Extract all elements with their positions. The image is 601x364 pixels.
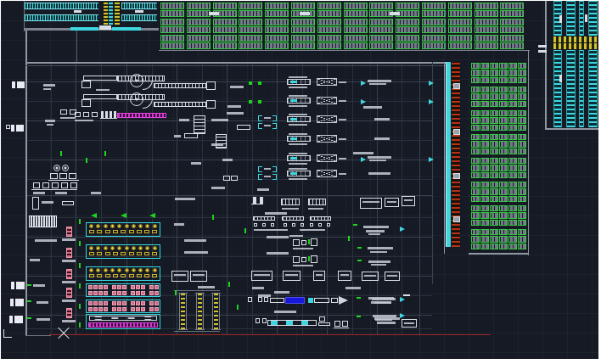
- green-storage-module: [508, 188, 517, 194]
- green-storage-module: [480, 148, 489, 154]
- wall-line: [545, 128, 598, 130]
- annotation-text: [75, 120, 93, 121]
- green-storage-module: [471, 93, 480, 99]
- yellow-seat-symbol: [89, 246, 93, 250]
- green-storage-module: [471, 196, 480, 202]
- green-tick-marker: [357, 316, 361, 317]
- green-storage-module: [480, 220, 489, 226]
- grid-line-horizontal: [26, 195, 432, 196]
- annotation-text: [30, 259, 40, 261]
- wall-line: [25, 62, 447, 64]
- cyan-arrow-icon: [400, 297, 405, 302]
- green-tick-marker: [237, 305, 239, 310]
- green-storage-module: [187, 3, 211, 9]
- cad-canvas[interactable]: [1, 1, 598, 359]
- equipment-outline: [271, 223, 274, 227]
- pink-bench-symbol: [122, 285, 126, 289]
- green-storage-module: [471, 101, 480, 107]
- green-storage-module: [508, 165, 517, 171]
- hatch-strip-door: [453, 83, 460, 89]
- equipment-outline: [52, 182, 59, 188]
- crossed-equipment-box: [317, 115, 337, 123]
- green-storage-module: [499, 205, 508, 211]
- green-tick-marker: [228, 282, 230, 287]
- equipment-outline: [318, 223, 322, 227]
- striped-rack-column: [109, 1, 113, 25]
- pink-bench-symbol: [98, 301, 103, 305]
- yellow-seat-symbol: [110, 224, 115, 228]
- green-storage-module: [508, 93, 517, 99]
- annotation-text: [62, 260, 76, 262]
- crossed-equipment-box: [317, 97, 337, 104]
- vertical-machine-block: [216, 134, 227, 148]
- green-storage-module: [239, 42, 262, 49]
- red-layer-line: [49, 334, 491, 335]
- yellow-dash-rack: [198, 294, 202, 329]
- green-storage-module: [490, 212, 498, 218]
- grid-line-vertical: [419, 62, 420, 335]
- green-storage-module: [500, 3, 524, 9]
- annotation-text: [91, 192, 101, 194]
- white-marker-dash: [559, 75, 562, 82]
- white-marker-dash: [135, 10, 143, 13]
- green-storage-module: [518, 87, 526, 92]
- annotation-text: [375, 319, 392, 321]
- screenshot-frame: [0, 0, 601, 364]
- annotation-text: [230, 86, 244, 88]
- green-tick-marker: [357, 297, 361, 299]
- annotation-text: [43, 88, 51, 90]
- cyan-racking-band: [25, 3, 98, 9]
- annotation-text: [47, 124, 53, 126]
- equipment-outline: [300, 223, 304, 227]
- green-storage-module: [213, 3, 237, 9]
- cyan-bracket-symbol: [272, 166, 277, 172]
- white-marker-dash: [538, 50, 547, 53]
- corner-bracket: [3, 337, 12, 338]
- yellow-dash-rack: [214, 294, 218, 329]
- green-tick-marker: [27, 284, 31, 286]
- annotation-text: [300, 229, 325, 231]
- annotation-text: [179, 119, 189, 121]
- pillar-symbol: [114, 111, 116, 118]
- equipment-outline: [293, 239, 300, 246]
- vertical-cyan-rack: [566, 1, 576, 36]
- equipment-outline: [248, 297, 252, 302]
- green-storage-module: [480, 101, 489, 107]
- yellow-desk-symbol: [89, 252, 94, 255]
- annotation-text: [370, 251, 387, 253]
- cyan-arrow-icon: [361, 81, 366, 86]
- baseline: [341, 328, 349, 328]
- green-storage-module: [490, 77, 498, 83]
- room-box-label: [387, 201, 396, 203]
- pink-bench-symbol: [136, 285, 140, 289]
- yellow-seat-symbol: [89, 268, 93, 272]
- green-storage-module: [518, 182, 526, 188]
- green-storage-module: [471, 77, 480, 83]
- labeled-room-box: [338, 271, 351, 281]
- green-storage-module: [480, 93, 489, 99]
- green-storage-module: [480, 134, 489, 140]
- annotation-text: [227, 105, 241, 108]
- green-storage-module: [490, 70, 498, 76]
- green-storage-module: [500, 26, 524, 33]
- green-storage-module: [471, 110, 480, 116]
- equipment-outline: [33, 182, 40, 188]
- annotation-text: [369, 83, 386, 85]
- yellow-desk-symbol: [152, 230, 157, 233]
- green-storage-module: [480, 158, 489, 164]
- green-storage-module: [291, 3, 315, 9]
- annotation-text: [45, 120, 55, 122]
- white-marker-dash: [585, 14, 587, 22]
- pink-bench-symbol: [93, 301, 98, 305]
- green-storage-module: [344, 35, 368, 42]
- annotation-text: [353, 152, 374, 154]
- equipment-outline: [184, 133, 198, 138]
- green-storage-module: [396, 26, 419, 33]
- annotation-text: [363, 226, 389, 228]
- rack-cap: [195, 293, 205, 294]
- green-storage-module: [508, 134, 517, 140]
- room-box-label: [316, 274, 323, 276]
- green-storage-module: [490, 117, 498, 123]
- green-storage-module: [508, 70, 517, 76]
- equipment-outline: [237, 125, 250, 130]
